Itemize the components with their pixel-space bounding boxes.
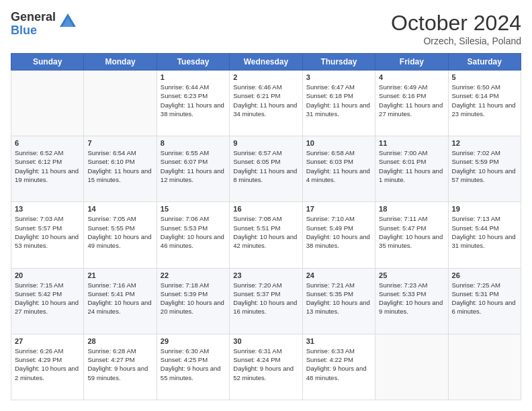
calendar-cell: 15Sunrise: 7:06 AMSunset: 5:53 PMDayligh… xyxy=(157,202,229,268)
calendar-cell: 28Sunrise: 6:28 AMSunset: 4:27 PMDayligh… xyxy=(84,334,157,400)
day-info: Sunrise: 6:52 AMSunset: 6:12 PMDaylight:… xyxy=(15,148,80,184)
daylight-text: Daylight: 11 hours and 12 minutes. xyxy=(161,167,224,183)
calendar-cell xyxy=(448,334,521,400)
logo-general: General xyxy=(11,11,56,24)
calendar-cell: 21Sunrise: 7:16 AMSunset: 5:41 PMDayligh… xyxy=(84,268,157,334)
sunrise-text: Sunrise: 7:05 AM xyxy=(87,215,136,222)
day-number: 29 xyxy=(161,337,226,345)
day-info: Sunrise: 6:46 AMSunset: 6:21 PMDaylight:… xyxy=(233,83,298,118)
day-number: 9 xyxy=(233,139,298,147)
sunset-text: Sunset: 5:47 PM xyxy=(379,224,426,232)
sunrise-text: Sunrise: 6:30 AM xyxy=(161,347,209,355)
calendar-cell: 25Sunrise: 7:23 AMSunset: 5:33 PMDayligh… xyxy=(375,268,448,334)
daylight-text: Daylight: 10 hours and 38 minutes. xyxy=(306,233,370,249)
calendar-cell: 18Sunrise: 7:11 AMSunset: 5:47 PMDayligh… xyxy=(375,202,448,268)
page: General Blue October 2024 Orzech, Silesi… xyxy=(0,0,532,411)
day-info: Sunrise: 6:47 AMSunset: 6:18 PMDaylight:… xyxy=(306,83,371,118)
day-number: 7 xyxy=(87,139,152,147)
sunset-text: Sunset: 4:22 PM xyxy=(306,356,353,363)
sunrise-text: Sunrise: 7:23 AM xyxy=(379,281,427,289)
week-row-1: 1Sunrise: 6:44 AMSunset: 6:23 PMDaylight… xyxy=(11,71,521,136)
calendar-cell: 8Sunrise: 6:55 AMSunset: 6:07 PMDaylight… xyxy=(157,136,229,202)
daylight-text: Daylight: 10 hours and 53 minutes. xyxy=(15,233,79,249)
calendar-cell: 12Sunrise: 7:02 AMSunset: 5:59 PMDayligh… xyxy=(448,136,521,202)
day-number: 28 xyxy=(87,337,152,345)
day-number: 19 xyxy=(452,205,517,213)
calendar-cell: 22Sunrise: 7:18 AMSunset: 5:39 PMDayligh… xyxy=(157,268,229,334)
day-info: Sunrise: 7:21 AMSunset: 5:35 PMDaylight:… xyxy=(306,281,371,316)
sunset-text: Sunset: 5:49 PM xyxy=(306,224,353,232)
sunset-text: Sunset: 5:57 PM xyxy=(15,224,62,232)
calendar-cell: 31Sunrise: 6:33 AMSunset: 4:22 PMDayligh… xyxy=(302,334,375,400)
calendar-cell: 6Sunrise: 6:52 AMSunset: 6:12 PMDaylight… xyxy=(11,136,84,202)
day-number: 3 xyxy=(306,73,371,81)
sunrise-text: Sunrise: 6:28 AM xyxy=(87,347,136,355)
day-info: Sunrise: 6:54 AMSunset: 6:10 PMDaylight:… xyxy=(87,148,152,184)
sunrise-text: Sunrise: 7:25 AM xyxy=(452,281,500,289)
daylight-text: Daylight: 10 hours and 49 minutes. xyxy=(87,233,151,249)
sunset-text: Sunset: 5:42 PM xyxy=(15,290,62,298)
sunset-text: Sunset: 5:39 PM xyxy=(161,290,208,298)
calendar-cell xyxy=(375,334,448,400)
calendar-cell: 5Sunrise: 6:50 AMSunset: 6:14 PMDaylight… xyxy=(448,71,521,136)
day-info: Sunrise: 6:57 AMSunset: 6:05 PMDaylight:… xyxy=(233,148,298,184)
daylight-text: Daylight: 11 hours and 23 minutes. xyxy=(452,101,516,118)
day-number: 4 xyxy=(379,73,444,81)
sunset-text: Sunset: 4:27 PM xyxy=(87,356,134,363)
weekday-header-row: SundayMondayTuesdayWednesdayThursdayFrid… xyxy=(11,54,521,71)
day-number: 18 xyxy=(379,205,444,213)
calendar-cell: 1Sunrise: 6:44 AMSunset: 6:23 PMDaylight… xyxy=(157,71,229,136)
calendar-cell: 3Sunrise: 6:47 AMSunset: 6:18 PMDaylight… xyxy=(302,71,375,136)
daylight-text: Daylight: 10 hours and 31 minutes. xyxy=(452,233,516,249)
logo-icon xyxy=(58,12,77,31)
week-row-2: 6Sunrise: 6:52 AMSunset: 6:12 PMDaylight… xyxy=(11,136,521,202)
calendar-cell: 20Sunrise: 7:15 AMSunset: 5:42 PMDayligh… xyxy=(11,268,84,334)
daylight-text: Daylight: 10 hours and 6 minutes. xyxy=(452,299,516,315)
day-info: Sunrise: 7:13 AMSunset: 5:44 PMDaylight:… xyxy=(452,214,517,250)
sunrise-text: Sunrise: 7:08 AM xyxy=(233,215,281,222)
calendar-cell: 4Sunrise: 6:49 AMSunset: 6:16 PMDaylight… xyxy=(375,71,448,136)
calendar-cell: 13Sunrise: 7:03 AMSunset: 5:57 PMDayligh… xyxy=(11,202,84,268)
sunset-text: Sunset: 5:59 PM xyxy=(452,158,499,165)
day-info: Sunrise: 6:26 AMSunset: 4:29 PMDaylight:… xyxy=(15,347,80,382)
sunset-text: Sunset: 6:12 PM xyxy=(15,158,62,165)
sunrise-text: Sunrise: 7:16 AM xyxy=(87,281,136,289)
weekday-header-monday: Monday xyxy=(84,54,157,71)
logo: General Blue xyxy=(11,11,77,38)
sunrise-text: Sunrise: 7:03 AM xyxy=(15,215,63,222)
daylight-text: Daylight: 11 hours and 31 minutes. xyxy=(306,101,370,118)
sunset-text: Sunset: 5:31 PM xyxy=(452,290,499,298)
daylight-text: Daylight: 9 hours and 52 minutes. xyxy=(233,365,294,381)
weekday-header-sunday: Sunday xyxy=(11,54,84,71)
sunset-text: Sunset: 6:05 PM xyxy=(233,158,280,165)
daylight-text: Daylight: 11 hours and 27 minutes. xyxy=(379,101,443,118)
day-info: Sunrise: 7:10 AMSunset: 5:49 PMDaylight:… xyxy=(306,214,371,250)
day-number: 16 xyxy=(233,205,298,213)
calendar-table: SundayMondayTuesdayWednesdayThursdayFrid… xyxy=(11,53,521,400)
day-number: 2 xyxy=(233,73,298,81)
sunset-text: Sunset: 5:37 PM xyxy=(233,290,280,298)
sunset-text: Sunset: 6:16 PM xyxy=(379,92,426,99)
sunset-text: Sunset: 6:10 PM xyxy=(87,158,134,165)
day-number: 10 xyxy=(306,139,371,147)
sunrise-text: Sunrise: 6:54 AM xyxy=(87,149,136,156)
sunrise-text: Sunrise: 7:11 AM xyxy=(379,215,427,222)
sunrise-text: Sunrise: 6:31 AM xyxy=(233,347,281,355)
daylight-text: Daylight: 10 hours and 20 minutes. xyxy=(161,299,224,315)
day-number: 13 xyxy=(15,205,80,213)
day-number: 23 xyxy=(233,271,298,279)
daylight-text: Daylight: 10 hours and 35 minutes. xyxy=(379,233,443,249)
calendar-cell: 24Sunrise: 7:21 AMSunset: 5:35 PMDayligh… xyxy=(302,268,375,334)
calendar-cell: 27Sunrise: 6:26 AMSunset: 4:29 PMDayligh… xyxy=(11,334,84,400)
sunset-text: Sunset: 5:51 PM xyxy=(233,224,280,232)
day-info: Sunrise: 7:06 AMSunset: 5:53 PMDaylight:… xyxy=(161,214,226,250)
calendar-cell: 26Sunrise: 7:25 AMSunset: 5:31 PMDayligh… xyxy=(448,268,521,334)
daylight-text: Daylight: 10 hours and 9 minutes. xyxy=(379,299,443,315)
day-info: Sunrise: 7:23 AMSunset: 5:33 PMDaylight:… xyxy=(379,281,444,316)
day-number: 14 xyxy=(87,205,152,213)
sunrise-text: Sunrise: 6:33 AM xyxy=(306,347,355,355)
day-number: 17 xyxy=(306,205,371,213)
daylight-text: Daylight: 9 hours and 48 minutes. xyxy=(306,365,367,381)
logo-blue: Blue xyxy=(11,24,56,38)
daylight-text: Daylight: 10 hours and 46 minutes. xyxy=(161,233,224,249)
